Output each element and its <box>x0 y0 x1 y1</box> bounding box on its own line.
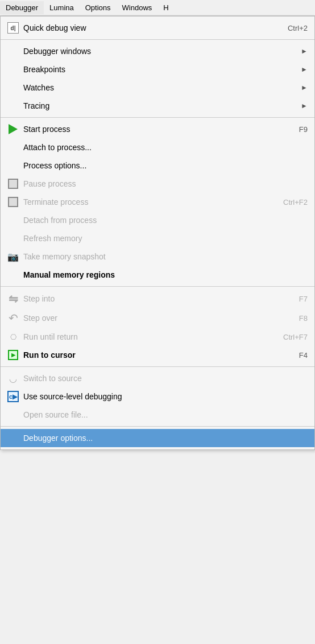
menu-section-3: Start process F9 Attach to process... Pr… <box>1 118 314 287</box>
menu-item-breakpoints[interactable]: Breakpoints ► <box>1 60 314 79</box>
step-into-icon: ⇋ <box>5 292 21 306</box>
menu-section-4: ⇋ Step into F7 ↶ Step over F8 ⎔ Run unti… <box>1 287 314 367</box>
attach-to-process-label: Attach to process... <box>23 143 308 152</box>
watches-arrow: ► <box>301 84 308 92</box>
detach-from-process-label: Detach from process <box>23 216 308 225</box>
run-return-icon: ⎔ <box>5 333 21 341</box>
menu-section-1: d| Quick debug view Ctrl+2 <box>1 16 314 40</box>
run-cursor-icon: ▶ <box>5 350 21 360</box>
play-icon <box>5 124 21 134</box>
start-process-shortcut: F9 <box>299 125 308 134</box>
step-over-icon: ↶ <box>5 311 21 325</box>
menu-item-process-options[interactable]: Process options... <box>1 156 314 175</box>
terminate-process-shortcut: Ctrl+F2 <box>283 198 308 207</box>
run-until-return-shortcut: Ctrl+F7 <box>283 333 308 341</box>
menu-item-take-memory-snapshot[interactable]: 📷 Take memory snapshot <box>1 247 314 266</box>
switch-source-icon: ◡ <box>5 373 21 384</box>
tracing-label: Tracing <box>23 101 295 110</box>
menubar-item-options[interactable]: Options <box>80 1 117 14</box>
tracing-arrow: ► <box>301 102 308 110</box>
menu-item-manual-memory-regions[interactable]: Manual memory regions <box>1 266 314 284</box>
menubar-item-windows[interactable]: Windows <box>117 1 158 14</box>
debugger-windows-label: Debugger windows <box>23 47 295 56</box>
debugger-menu: d| Quick debug view Ctrl+2 Debugger wind… <box>0 16 315 450</box>
menu-item-debugger-windows[interactable]: Debugger windows ► <box>1 42 314 60</box>
menubar-item-lumina[interactable]: Lumina <box>44 1 80 14</box>
quick-debug-view-shortcut: Ctrl+2 <box>288 24 308 32</box>
step-into-label: Step into <box>23 294 282 303</box>
stop-icon <box>5 197 21 207</box>
menu-item-run-until-return[interactable]: ⎔ Run until return Ctrl+F7 <box>1 328 314 346</box>
watches-label: Watches <box>23 83 295 92</box>
manual-memory-regions-label: Manual memory regions <box>23 270 308 279</box>
breakpoints-arrow: ► <box>301 65 308 73</box>
menu-item-attach-to-process[interactable]: Attach to process... <box>1 138 314 156</box>
menu-item-tracing[interactable]: Tracing ► <box>1 97 314 115</box>
use-source-icon: c▶ <box>5 391 21 402</box>
take-memory-snapshot-label: Take memory snapshot <box>23 252 308 261</box>
menubar-item-debugger[interactable]: Debugger <box>0 1 44 14</box>
menu-item-step-over[interactable]: ↶ Step over F8 <box>1 308 314 328</box>
menu-item-refresh-memory[interactable]: Refresh memory <box>1 229 314 247</box>
refresh-memory-label: Refresh memory <box>23 234 308 243</box>
menubar-item-h[interactable]: H <box>158 1 174 14</box>
menu-item-debugger-options[interactable]: Debugger options... <box>1 429 314 447</box>
switch-to-source-label: Switch to source <box>23 374 308 383</box>
run-to-cursor-label: Run to cursor <box>23 350 282 360</box>
menu-section-2: Debugger windows ► Breakpoints ► Watches… <box>1 40 314 118</box>
menu-item-watches[interactable]: Watches ► <box>1 79 314 97</box>
menubar: Debugger Lumina Options Windows H <box>0 0 315 16</box>
run-until-return-label: Run until return <box>23 332 266 341</box>
menu-section-5: ◡ Switch to source c▶ Use source-level d… <box>1 367 314 427</box>
menu-item-terminate-process[interactable]: Terminate process Ctrl+F2 <box>1 193 314 211</box>
menu-item-open-source-file[interactable]: Open source file... <box>1 406 314 424</box>
step-over-label: Step over <box>23 313 282 323</box>
pause-process-label: Pause process <box>23 179 308 188</box>
menu-item-start-process[interactable]: Start process F9 <box>1 120 314 138</box>
menu-item-switch-to-source[interactable]: ◡ Switch to source <box>1 369 314 387</box>
pause-icon <box>5 179 21 189</box>
menu-item-run-to-cursor[interactable]: ▶ Run to cursor F4 <box>1 346 314 364</box>
menu-item-use-source-level-debugging[interactable]: c▶ Use source-level debugging <box>1 387 314 406</box>
camera-icon: 📷 <box>5 251 21 262</box>
run-to-cursor-shortcut: F4 <box>299 351 308 360</box>
open-source-file-label: Open source file... <box>23 410 308 419</box>
menu-item-pause-process[interactable]: Pause process <box>1 175 314 193</box>
quick-debug-icon: d| <box>5 22 21 34</box>
process-options-label: Process options... <box>23 161 308 170</box>
use-source-level-debugging-label: Use source-level debugging <box>23 392 308 401</box>
menu-item-quick-debug-view[interactable]: d| Quick debug view Ctrl+2 <box>1 19 314 37</box>
terminate-process-label: Terminate process <box>23 197 266 207</box>
breakpoints-label: Breakpoints <box>23 65 295 74</box>
start-process-label: Start process <box>23 125 282 134</box>
menu-item-detach-from-process[interactable]: Detach from process <box>1 211 314 229</box>
step-into-shortcut: F7 <box>299 295 308 303</box>
debugger-windows-arrow: ► <box>301 47 308 55</box>
step-over-shortcut: F8 <box>299 314 308 323</box>
menu-item-step-into[interactable]: ⇋ Step into F7 <box>1 289 314 308</box>
quick-debug-view-label: Quick debug view <box>23 23 271 32</box>
debugger-options-label: Debugger options... <box>23 434 308 443</box>
menu-section-6: Debugger options... <box>1 427 314 449</box>
